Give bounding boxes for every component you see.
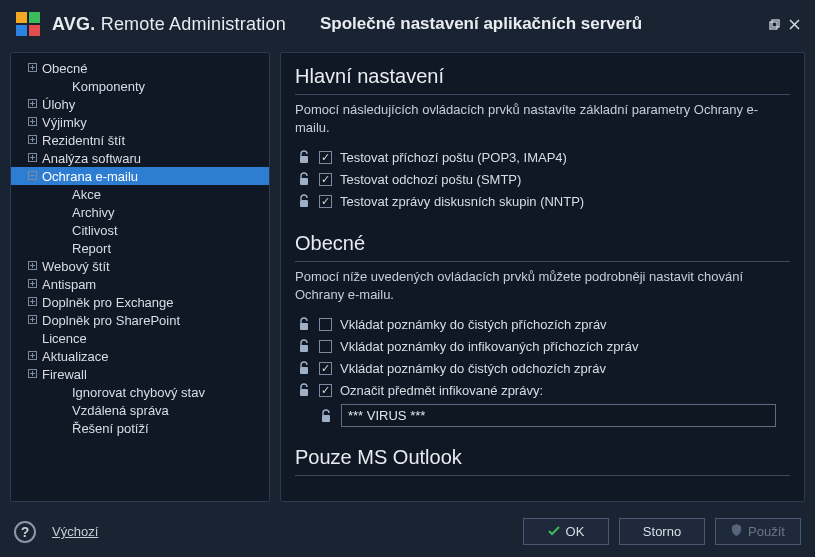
general-opt-row-3: Označit předmět infikované zprávy: — [295, 379, 790, 401]
svg-rect-44 — [300, 178, 308, 185]
lock-icon[interactable] — [297, 149, 311, 165]
sidebar-item-label: Analýza softwaru — [42, 151, 141, 166]
sidebar-item-2[interactable]: Úlohy — [11, 95, 269, 113]
default-link[interactable]: Výchozí — [52, 524, 98, 539]
lock-icon[interactable] — [297, 193, 311, 209]
svg-rect-48 — [300, 367, 308, 374]
cancel-button[interactable]: Storno — [619, 518, 705, 545]
sidebar-item-label: Webový štít — [42, 259, 110, 274]
virus-text-row — [295, 401, 790, 430]
expand-icon[interactable] — [27, 99, 38, 110]
sidebar-item-10[interactable]: Report — [11, 239, 269, 257]
main-opt-label-2[interactable]: Testovat zprávy diskusních skupin (NNTP) — [340, 194, 584, 209]
sidebar-item-label: Obecné — [42, 61, 88, 76]
avg-logo — [14, 10, 42, 38]
main-opt-checkbox-2[interactable] — [319, 195, 332, 208]
brand-strong: AVG — [52, 14, 90, 34]
sidebar-item-14[interactable]: Doplněk pro SharePoint — [11, 311, 269, 329]
close-icon[interactable] — [787, 17, 801, 31]
sidebar-item-15[interactable]: Licence — [11, 329, 269, 347]
general-options: Vkládat poznámky do čistých příchozích z… — [295, 313, 790, 401]
general-opt-checkbox-3[interactable] — [319, 384, 332, 397]
expand-icon[interactable] — [27, 297, 38, 308]
sidebar-item-3[interactable]: Výjimky — [11, 113, 269, 131]
svg-rect-1 — [29, 12, 40, 23]
expand-icon[interactable] — [27, 369, 38, 380]
sidebar-item-19[interactable]: Vzdálená správa — [11, 401, 269, 419]
lock-icon[interactable] — [297, 382, 311, 398]
general-opt-label-0[interactable]: Vkládat poznámky do čistých příchozích z… — [340, 317, 607, 332]
sidebar-item-label: Licence — [42, 331, 87, 346]
section-title-outlook: Pouze MS Outlook — [295, 444, 790, 476]
sidebar-item-label: Rezidentní štít — [42, 133, 125, 148]
sidebar-item-16[interactable]: Aktualizace — [11, 347, 269, 365]
main-opt-checkbox-1[interactable] — [319, 173, 332, 186]
expand-icon[interactable] — [27, 315, 38, 326]
sidebar-item-1[interactable]: Komponenty — [11, 77, 269, 95]
lock-icon[interactable] — [319, 408, 333, 424]
sidebar-item-6[interactable]: Ochrana e-mailu — [11, 167, 269, 185]
sidebar-item-label: Citlivost — [72, 223, 118, 238]
lock-icon[interactable] — [297, 338, 311, 354]
section-desc-main: Pomocí následujících ovládacích prvků na… — [295, 101, 790, 136]
help-icon[interactable]: ? — [14, 521, 36, 543]
expand-icon[interactable] — [27, 117, 38, 128]
sidebar-item-label: Komponenty — [72, 79, 145, 94]
lock-icon[interactable] — [297, 316, 311, 332]
sidebar-item-17[interactable]: Firewall — [11, 365, 269, 383]
sidebar-item-label: Antispam — [42, 277, 96, 292]
general-opt-label-1[interactable]: Vkládat poznámky do infikovaných příchoz… — [340, 339, 638, 354]
content-panel[interactable]: Hlavní nastavení Pomocí následujících ov… — [280, 52, 805, 502]
ok-button[interactable]: OK — [523, 518, 609, 545]
sidebar-item-0[interactable]: Obecné — [11, 59, 269, 77]
sidebar-item-label: Ochrana e-mailu — [42, 169, 138, 184]
sidebar-item-label: Firewall — [42, 367, 87, 382]
expand-icon[interactable] — [27, 351, 38, 362]
sidebar-item-4[interactable]: Rezidentní štít — [11, 131, 269, 149]
sidebar-item-8[interactable]: Archivy — [11, 203, 269, 221]
titlebar: AVG. Remote Administration Společné nast… — [0, 0, 815, 44]
expand-icon[interactable] — [27, 153, 38, 164]
lock-icon[interactable] — [297, 360, 311, 376]
general-opt-checkbox-1[interactable] — [319, 340, 332, 353]
svg-rect-43 — [300, 156, 308, 163]
main-options: Testovat příchozí poštu (POP3, IMAP4)Tes… — [295, 146, 790, 212]
collapse-icon[interactable] — [27, 171, 38, 182]
sidebar-item-5[interactable]: Analýza softwaru — [11, 149, 269, 167]
general-opt-checkbox-0[interactable] — [319, 318, 332, 331]
restore-icon[interactable] — [767, 17, 781, 31]
apply-button[interactable]: Použít — [715, 518, 801, 545]
main-opt-checkbox-0[interactable] — [319, 151, 332, 164]
sidebar-item-label: Doplněk pro SharePoint — [42, 313, 180, 328]
sidebar-item-7[interactable]: Akce — [11, 185, 269, 203]
main-opt-row-0: Testovat příchozí poštu (POP3, IMAP4) — [295, 146, 790, 168]
main-opt-label-0[interactable]: Testovat příchozí poštu (POP3, IMAP4) — [340, 150, 567, 165]
sidebar-item-9[interactable]: Citlivost — [11, 221, 269, 239]
footer-right: OK Storno Použít — [523, 518, 801, 545]
general-opt-label-3[interactable]: Označit předmět infikované zprávy: — [340, 383, 543, 398]
main-opt-row-2: Testovat zprávy diskusních skupin (NNTP) — [295, 190, 790, 212]
sidebar[interactable]: ObecnéKomponentyÚlohyVýjimkyRezidentní š… — [10, 52, 270, 502]
footer-left: ? Výchozí — [14, 521, 98, 543]
footer: ? Výchozí OK Storno Použít — [0, 510, 815, 557]
main-opt-label-1[interactable]: Testovat odchozí poštu (SMTP) — [340, 172, 521, 187]
sidebar-item-label: Výjimky — [42, 115, 87, 130]
main-area: ObecnéKomponentyÚlohyVýjimkyRezidentní š… — [0, 44, 815, 510]
virus-subject-input[interactable] — [341, 404, 776, 427]
section-title-main: Hlavní nastavení — [295, 63, 790, 95]
lock-icon[interactable] — [297, 171, 311, 187]
sidebar-item-20[interactable]: Řešení potíží — [11, 419, 269, 437]
general-opt-checkbox-2[interactable] — [319, 362, 332, 375]
sidebar-item-11[interactable]: Webový štít — [11, 257, 269, 275]
sidebar-item-18[interactable]: Ignorovat chybový stav — [11, 383, 269, 401]
sidebar-item-12[interactable]: Antispam — [11, 275, 269, 293]
expand-icon[interactable] — [27, 279, 38, 290]
sidebar-item-label: Aktualizace — [42, 349, 108, 364]
general-opt-label-2[interactable]: Vkládat poznámky do čistých odchozích zp… — [340, 361, 606, 376]
expand-icon[interactable] — [27, 135, 38, 146]
sidebar-item-13[interactable]: Doplněk pro Exchange — [11, 293, 269, 311]
svg-rect-46 — [300, 323, 308, 330]
sidebar-item-label: Report — [72, 241, 111, 256]
expand-icon[interactable] — [27, 261, 38, 272]
expand-icon[interactable] — [27, 63, 38, 74]
